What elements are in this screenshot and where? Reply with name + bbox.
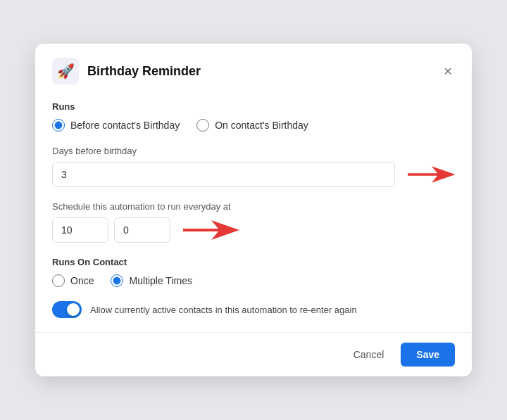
before-birthday-label: Before contact's Birthday — [70, 120, 180, 131]
runs-section: Runs Before contact's Birthday On contac… — [52, 101, 455, 132]
schedule-arrow — [183, 219, 239, 241]
runs-on-section: Runs On Contact Once Multiple Times — [52, 257, 455, 287]
schedule-input-row — [52, 217, 455, 243]
svg-marker-0 — [408, 166, 455, 183]
dialog-icon: 🚀 — [52, 58, 79, 84]
once-label: Once — [70, 275, 94, 286]
once-radio[interactable] — [52, 274, 65, 287]
reenter-toggle[interactable] — [52, 301, 82, 318]
multiple-times-radio[interactable] — [111, 274, 123, 287]
dialog-footer: Cancel Save — [35, 332, 472, 376]
dialog-header: 🚀 Birthday Reminder × — [35, 44, 472, 96]
on-birthday-label: On contact's Birthday — [215, 120, 308, 131]
on-birthday-radio[interactable] — [196, 119, 209, 132]
save-button[interactable]: Save — [401, 343, 455, 367]
time-row — [52, 217, 170, 243]
once-option[interactable]: Once — [52, 274, 94, 287]
dialog-body: Runs Before contact's Birthday On contac… — [35, 96, 472, 332]
before-birthday-radio[interactable] — [52, 119, 65, 132]
schedule-section: Schedule this automation to run everyday… — [52, 201, 455, 243]
runs-on-label: Runs On Contact — [52, 257, 455, 267]
multiple-times-label: Multiple Times — [129, 275, 192, 286]
days-before-input[interactable] — [52, 162, 395, 187]
svg-marker-1 — [183, 220, 239, 240]
cancel-button[interactable]: Cancel — [345, 343, 393, 366]
before-birthday-option[interactable]: Before contact's Birthday — [52, 119, 180, 132]
toggle-knob — [67, 303, 80, 316]
runs-label: Runs — [52, 101, 455, 112]
days-before-section: Days before birthday — [52, 146, 455, 187]
close-button[interactable]: × — [441, 61, 455, 81]
schedule-minute-input[interactable] — [114, 217, 170, 243]
birthday-reminder-dialog: 🚀 Birthday Reminder × Runs Before contac… — [35, 44, 472, 376]
days-before-arrow — [408, 163, 455, 186]
multiple-times-option[interactable]: Multiple Times — [111, 274, 192, 287]
reenter-toggle-row: Allow currently active contacts in this … — [52, 301, 455, 318]
runs-on-radio-group: Once Multiple Times — [52, 274, 455, 287]
days-before-input-row — [52, 162, 455, 187]
dialog-title: Birthday Reminder — [87, 64, 432, 79]
schedule-hour-input[interactable] — [52, 217, 108, 243]
days-before-label: Days before birthday — [52, 146, 455, 156]
on-birthday-option[interactable]: On contact's Birthday — [196, 119, 308, 132]
reenter-toggle-label: Allow currently active contacts in this … — [90, 305, 357, 315]
schedule-label: Schedule this automation to run everyday… — [52, 201, 455, 212]
runs-radio-group: Before contact's Birthday On contact's B… — [52, 119, 455, 132]
